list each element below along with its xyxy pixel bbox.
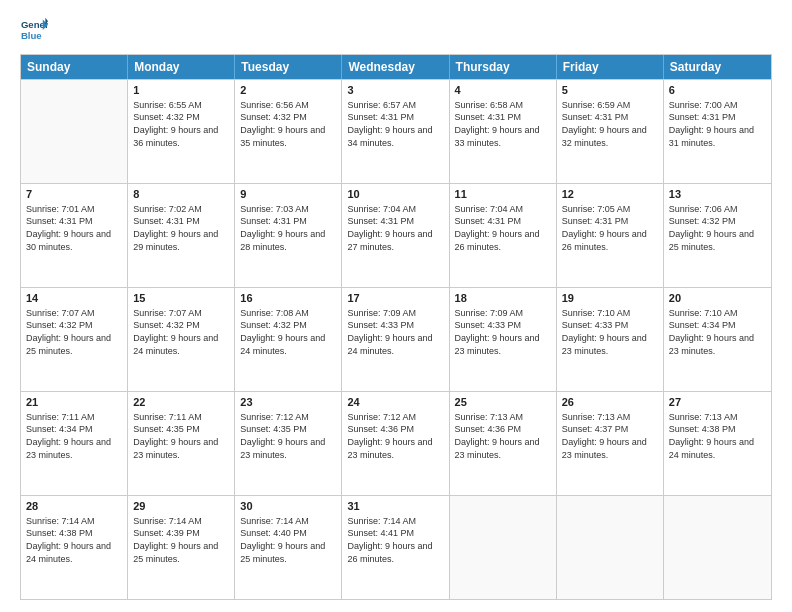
calendar-cell-4-6: [664, 496, 771, 599]
calendar-cell-0-5: 5Sunrise: 6:59 AMSunset: 4:31 PMDaylight…: [557, 80, 664, 183]
day-number: 24: [347, 395, 443, 410]
day-number: 15: [133, 291, 229, 306]
day-number: 30: [240, 499, 336, 514]
day-number: 4: [455, 83, 551, 98]
cell-info: Sunrise: 7:11 AMSunset: 4:34 PMDaylight:…: [26, 411, 122, 461]
day-number: 7: [26, 187, 122, 202]
calendar-cell-2-4: 18Sunrise: 7:09 AMSunset: 4:33 PMDayligh…: [450, 288, 557, 391]
day-number: 12: [562, 187, 658, 202]
day-number: 19: [562, 291, 658, 306]
day-number: 21: [26, 395, 122, 410]
weekday-header-friday: Friday: [557, 55, 664, 79]
cell-info: Sunrise: 7:04 AMSunset: 4:31 PMDaylight:…: [455, 203, 551, 253]
cell-info: Sunrise: 7:10 AMSunset: 4:34 PMDaylight:…: [669, 307, 766, 357]
cell-info: Sunrise: 7:04 AMSunset: 4:31 PMDaylight:…: [347, 203, 443, 253]
day-number: 11: [455, 187, 551, 202]
cell-info: Sunrise: 7:14 AMSunset: 4:41 PMDaylight:…: [347, 515, 443, 565]
cell-info: Sunrise: 7:07 AMSunset: 4:32 PMDaylight:…: [133, 307, 229, 357]
logo: General Blue: [20, 16, 52, 44]
calendar-cell-0-1: 1Sunrise: 6:55 AMSunset: 4:32 PMDaylight…: [128, 80, 235, 183]
cell-info: Sunrise: 7:05 AMSunset: 4:31 PMDaylight:…: [562, 203, 658, 253]
cell-info: Sunrise: 7:14 AMSunset: 4:38 PMDaylight:…: [26, 515, 122, 565]
day-number: 17: [347, 291, 443, 306]
weekday-header-thursday: Thursday: [450, 55, 557, 79]
calendar-cell-3-2: 23Sunrise: 7:12 AMSunset: 4:35 PMDayligh…: [235, 392, 342, 495]
cell-info: Sunrise: 7:00 AMSunset: 4:31 PMDaylight:…: [669, 99, 766, 149]
calendar-cell-4-1: 29Sunrise: 7:14 AMSunset: 4:39 PMDayligh…: [128, 496, 235, 599]
calendar-cell-2-6: 20Sunrise: 7:10 AMSunset: 4:34 PMDayligh…: [664, 288, 771, 391]
cell-info: Sunrise: 7:09 AMSunset: 4:33 PMDaylight:…: [455, 307, 551, 357]
cell-info: Sunrise: 7:14 AMSunset: 4:39 PMDaylight:…: [133, 515, 229, 565]
calendar-cell-3-1: 22Sunrise: 7:11 AMSunset: 4:35 PMDayligh…: [128, 392, 235, 495]
day-number: 14: [26, 291, 122, 306]
calendar-cell-2-2: 16Sunrise: 7:08 AMSunset: 4:32 PMDayligh…: [235, 288, 342, 391]
cell-info: Sunrise: 6:57 AMSunset: 4:31 PMDaylight:…: [347, 99, 443, 149]
day-number: 18: [455, 291, 551, 306]
svg-text:Blue: Blue: [21, 30, 42, 41]
calendar-cell-1-0: 7Sunrise: 7:01 AMSunset: 4:31 PMDaylight…: [21, 184, 128, 287]
cell-info: Sunrise: 6:56 AMSunset: 4:32 PMDaylight:…: [240, 99, 336, 149]
calendar-cell-4-5: [557, 496, 664, 599]
calendar-cell-3-0: 21Sunrise: 7:11 AMSunset: 4:34 PMDayligh…: [21, 392, 128, 495]
day-number: 25: [455, 395, 551, 410]
calendar-row-3: 21Sunrise: 7:11 AMSunset: 4:34 PMDayligh…: [21, 391, 771, 495]
day-number: 2: [240, 83, 336, 98]
cell-info: Sunrise: 7:12 AMSunset: 4:36 PMDaylight:…: [347, 411, 443, 461]
cell-info: Sunrise: 7:12 AMSunset: 4:35 PMDaylight:…: [240, 411, 336, 461]
cell-info: Sunrise: 7:13 AMSunset: 4:37 PMDaylight:…: [562, 411, 658, 461]
calendar: SundayMondayTuesdayWednesdayThursdayFrid…: [20, 54, 772, 600]
cell-info: Sunrise: 7:11 AMSunset: 4:35 PMDaylight:…: [133, 411, 229, 461]
calendar-cell-0-3: 3Sunrise: 6:57 AMSunset: 4:31 PMDaylight…: [342, 80, 449, 183]
cell-info: Sunrise: 7:09 AMSunset: 4:33 PMDaylight:…: [347, 307, 443, 357]
cell-info: Sunrise: 6:59 AMSunset: 4:31 PMDaylight:…: [562, 99, 658, 149]
calendar-cell-1-1: 8Sunrise: 7:02 AMSunset: 4:31 PMDaylight…: [128, 184, 235, 287]
calendar-cell-4-4: [450, 496, 557, 599]
calendar-cell-1-6: 13Sunrise: 7:06 AMSunset: 4:32 PMDayligh…: [664, 184, 771, 287]
day-number: 28: [26, 499, 122, 514]
cell-info: Sunrise: 7:14 AMSunset: 4:40 PMDaylight:…: [240, 515, 336, 565]
day-number: 31: [347, 499, 443, 514]
calendar-row-1: 7Sunrise: 7:01 AMSunset: 4:31 PMDaylight…: [21, 183, 771, 287]
calendar-cell-0-0: [21, 80, 128, 183]
cell-info: Sunrise: 7:10 AMSunset: 4:33 PMDaylight:…: [562, 307, 658, 357]
calendar-cell-4-0: 28Sunrise: 7:14 AMSunset: 4:38 PMDayligh…: [21, 496, 128, 599]
calendar-cell-0-6: 6Sunrise: 7:00 AMSunset: 4:31 PMDaylight…: [664, 80, 771, 183]
weekday-header-saturday: Saturday: [664, 55, 771, 79]
calendar-header: SundayMondayTuesdayWednesdayThursdayFrid…: [21, 55, 771, 79]
calendar-body: 1Sunrise: 6:55 AMSunset: 4:32 PMDaylight…: [21, 79, 771, 599]
day-number: 6: [669, 83, 766, 98]
calendar-cell-1-4: 11Sunrise: 7:04 AMSunset: 4:31 PMDayligh…: [450, 184, 557, 287]
day-number: 5: [562, 83, 658, 98]
calendar-cell-0-2: 2Sunrise: 6:56 AMSunset: 4:32 PMDaylight…: [235, 80, 342, 183]
day-number: 23: [240, 395, 336, 410]
calendar-cell-0-4: 4Sunrise: 6:58 AMSunset: 4:31 PMDaylight…: [450, 80, 557, 183]
calendar-cell-3-6: 27Sunrise: 7:13 AMSunset: 4:38 PMDayligh…: [664, 392, 771, 495]
header: General Blue: [20, 16, 772, 44]
day-number: 27: [669, 395, 766, 410]
calendar-row-0: 1Sunrise: 6:55 AMSunset: 4:32 PMDaylight…: [21, 79, 771, 183]
calendar-cell-1-3: 10Sunrise: 7:04 AMSunset: 4:31 PMDayligh…: [342, 184, 449, 287]
page: General Blue SundayMondayTuesdayWednesda…: [0, 0, 792, 612]
day-number: 29: [133, 499, 229, 514]
day-number: 9: [240, 187, 336, 202]
day-number: 10: [347, 187, 443, 202]
calendar-cell-1-2: 9Sunrise: 7:03 AMSunset: 4:31 PMDaylight…: [235, 184, 342, 287]
calendar-cell-4-3: 31Sunrise: 7:14 AMSunset: 4:41 PMDayligh…: [342, 496, 449, 599]
day-number: 8: [133, 187, 229, 202]
calendar-cell-2-1: 15Sunrise: 7:07 AMSunset: 4:32 PMDayligh…: [128, 288, 235, 391]
calendar-cell-2-0: 14Sunrise: 7:07 AMSunset: 4:32 PMDayligh…: [21, 288, 128, 391]
cell-info: Sunrise: 7:03 AMSunset: 4:31 PMDaylight:…: [240, 203, 336, 253]
calendar-row-4: 28Sunrise: 7:14 AMSunset: 4:38 PMDayligh…: [21, 495, 771, 599]
cell-info: Sunrise: 7:08 AMSunset: 4:32 PMDaylight:…: [240, 307, 336, 357]
cell-info: Sunrise: 7:02 AMSunset: 4:31 PMDaylight:…: [133, 203, 229, 253]
day-number: 26: [562, 395, 658, 410]
cell-info: Sunrise: 7:01 AMSunset: 4:31 PMDaylight:…: [26, 203, 122, 253]
day-number: 16: [240, 291, 336, 306]
day-number: 13: [669, 187, 766, 202]
logo-icon: General Blue: [20, 16, 48, 44]
cell-info: Sunrise: 7:13 AMSunset: 4:38 PMDaylight:…: [669, 411, 766, 461]
weekday-header-monday: Monday: [128, 55, 235, 79]
calendar-cell-1-5: 12Sunrise: 7:05 AMSunset: 4:31 PMDayligh…: [557, 184, 664, 287]
day-number: 20: [669, 291, 766, 306]
calendar-row-2: 14Sunrise: 7:07 AMSunset: 4:32 PMDayligh…: [21, 287, 771, 391]
